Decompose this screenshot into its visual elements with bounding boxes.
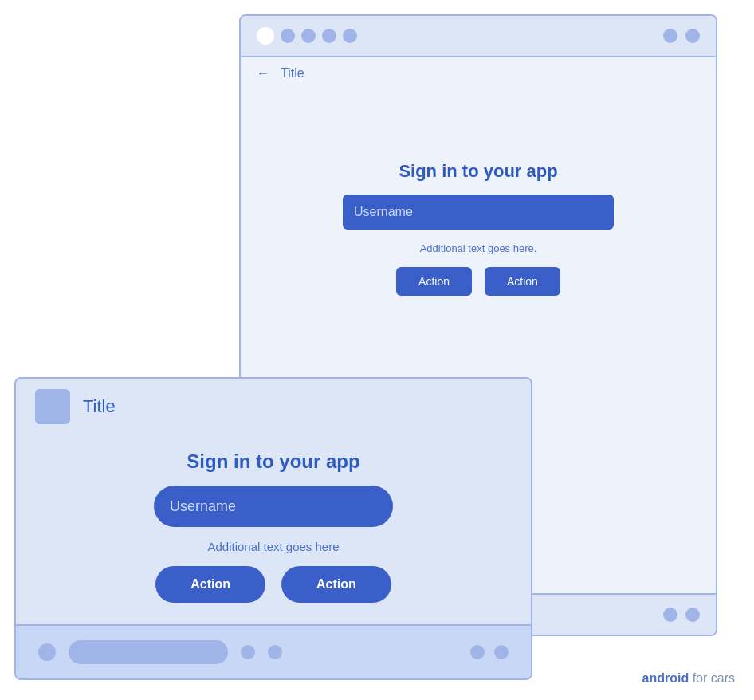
brand-label: android for cars [642,671,735,686]
car-action-button-1[interactable]: Action [155,566,265,603]
car-username-placeholder: Username [170,498,236,515]
car-additional-text: Additional text goes here [207,540,339,553]
status-dot-1 [257,27,274,45]
phone-sign-in-title: Sign in to your app [399,161,557,182]
phone-action-buttons-row: Action Action [396,267,560,296]
brand-suffix: for cars [689,671,735,685]
car-bottom-dot-mid2 [268,645,282,659]
status-dots-right [663,29,700,43]
car-username-field[interactable]: Username [154,486,393,527]
car-pill-bar [69,640,228,664]
status-dot-4 [322,29,336,43]
phone-username-placeholder: Username [354,205,413,219]
status-dot-2 [281,29,295,43]
phone-bottom-dot-1 [663,608,677,622]
car-action-button-2[interactable]: Action [281,566,391,603]
car-action-buttons-row: Action Action [155,566,391,603]
phone-action-button-1[interactable]: Action [396,267,472,296]
back-arrow-icon[interactable]: ← [257,66,269,81]
phone-additional-text: Additional text goes here. [420,242,537,254]
brand-bold: android [642,671,689,685]
phone-nav-title: Title [281,66,304,81]
status-dot-r2 [685,29,700,43]
phone-nav-bar: ← Title [241,57,716,89]
car-bottom-right [470,645,509,659]
phone-action-button-2[interactable]: Action [485,267,560,296]
status-dot-5 [343,29,357,43]
car-mockup: Title Sign in to your app Username Addit… [14,377,532,680]
status-dot-3 [301,29,316,43]
status-dots-left [257,27,357,45]
car-bottom-left [38,640,282,664]
car-content: Sign in to your app Username Additional … [16,435,531,624]
car-logo-icon [35,389,70,424]
car-bottom-dot-left [38,643,56,661]
car-bottom-dot-mid1 [241,645,255,659]
car-title: Title [83,396,116,417]
status-dot-r1 [663,29,677,43]
phone-bottom-dot-2 [685,608,700,622]
car-header: Title [16,379,531,435]
car-bottom-dot-r1 [470,645,485,659]
car-bottom-dot-r2 [494,645,509,659]
phone-status-bar [241,16,716,57]
car-bottom-bar [16,624,531,678]
phone-username-field[interactable]: Username [343,195,614,230]
car-sign-in-title: Sign in to your app [187,450,359,473]
